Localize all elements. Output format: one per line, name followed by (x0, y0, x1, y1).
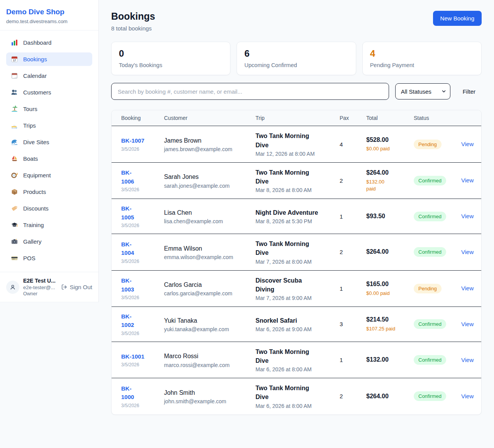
table-row: BK-1000 3/5/2026 John Smith john.smith@e… (112, 378, 481, 414)
col-booking: Booking (112, 110, 164, 126)
view-link[interactable]: View (461, 177, 474, 184)
bar-chart-icon (11, 39, 18, 46)
table-row: BK-1007 3/5/2026 James Brown james.brown… (112, 126, 481, 162)
paid-amount: $0.00 paid (366, 145, 411, 152)
people-icon (11, 89, 18, 96)
sidebar-item-label: Dashboard (23, 39, 51, 46)
page-header: Bookings 8 total bookings New Booking (111, 11, 482, 32)
package-icon (11, 188, 18, 195)
camera-icon (11, 238, 18, 245)
total-bookings-count: 8 total bookings (111, 25, 155, 32)
sidebar-item-trips[interactable]: Trips (6, 119, 92, 132)
customer-email: sarah.jones@example.com (164, 183, 252, 189)
sidebar-item-products[interactable]: Products (6, 185, 92, 199)
view-link[interactable]: View (461, 249, 474, 255)
customer-name: Sarah Jones (164, 172, 252, 181)
paid-amount: $132.00paid (366, 179, 411, 192)
sidebar-item-dive-sites[interactable]: Dive Sites (6, 135, 92, 149)
trip-name: Two Tank MorningDive (255, 168, 337, 186)
status-select[interactable]: All Statuses (395, 83, 450, 99)
pax-count: 4 (340, 126, 366, 162)
trip-datetime: Mar 12, 2026 at 8:00 AM (255, 151, 337, 157)
sidebar-item-boats[interactable]: Boats (6, 152, 92, 165)
avatar (6, 281, 19, 294)
status-badge: Confirmed (414, 319, 446, 329)
sidebar-item-gallery[interactable]: Gallery (6, 235, 92, 248)
credit-card-icon (11, 254, 18, 262)
sidebar-item-discounts[interactable]: Discounts (6, 202, 92, 215)
trip-datetime: Mar 7, 2026 at 8:00 AM (255, 259, 337, 265)
shop-domain: demo.test.divestreams.com (6, 19, 92, 24)
booking-date: 3/5/2026 (121, 295, 161, 300)
sign-out-button[interactable]: Sign Out (61, 284, 92, 290)
sidebar-nav: Dashboard 17 Bookings Calendar Customers… (0, 30, 98, 272)
sidebar: Demo Dive Shop demo.test.divestreams.com… (0, 0, 99, 302)
booking-date: 3/5/2026 (121, 259, 161, 264)
trip-datetime: Mar 8, 2026 at 8:00 AM (255, 187, 337, 193)
pax-count: 1 (340, 199, 366, 234)
customer-name: Carlos Garcia (164, 280, 252, 289)
view-link[interactable]: View (461, 321, 474, 327)
sidebar-item-training[interactable]: Training (6, 218, 92, 232)
col-status: Status (414, 110, 461, 126)
paid-amount: $107.25 paid (366, 325, 411, 332)
total-amount: $165.00 (366, 280, 411, 288)
person-icon (9, 284, 16, 291)
sidebar-item-label: Dive Sites (23, 139, 49, 145)
sidebar-item-label: Tours (23, 106, 37, 112)
new-booking-button[interactable]: New Booking (433, 11, 482, 26)
wave-icon (11, 138, 18, 146)
bookings-table: Booking Customer Trip Pax Total Status B… (112, 110, 481, 414)
sidebar-item-label: Calendar (23, 72, 47, 79)
view-link[interactable]: View (461, 393, 474, 399)
stat-value: 0 (119, 49, 223, 59)
customer-name: John Smith (164, 388, 252, 397)
booking-link[interactable]: BK-1003 (121, 276, 134, 294)
user-role: Owner (23, 291, 57, 296)
search-input[interactable] (111, 83, 389, 100)
toolbar: All Statuses Filter (111, 83, 482, 100)
view-link[interactable]: View (461, 213, 474, 219)
sidebar-item-dashboard[interactable]: Dashboard (6, 36, 92, 49)
sidebar-item-pos[interactable]: POS (6, 251, 92, 265)
sidebar-item-label: Customers (23, 89, 51, 96)
booking-link[interactable]: BK-1004 (121, 240, 134, 258)
table-row: BK-1003 3/5/2026 Carlos Garcia carlos.ga… (112, 270, 481, 307)
sidebar-item-label: POS (23, 255, 36, 261)
status-badge: Pending (414, 140, 442, 149)
booking-link[interactable]: BK-1000 (121, 384, 134, 402)
sidebar-item-bookings[interactable]: 17 Bookings (6, 52, 92, 66)
stat-value: 4 (370, 49, 474, 59)
table-row: BK-1001 3/5/2026 Marco Rossi marco.rossi… (112, 342, 481, 378)
stat-value: 6 (244, 49, 348, 59)
customer-name: James Brown (164, 136, 252, 145)
sign-out-icon (61, 284, 68, 290)
sidebar-item-customers[interactable]: Customers (6, 86, 92, 99)
main-content: Bookings 8 total bookings New Booking 0 … (99, 0, 494, 426)
booking-link[interactable]: BK-1007 (121, 136, 144, 145)
sidebar-item-label: Boats (23, 155, 38, 162)
view-link[interactable]: View (461, 285, 474, 291)
view-link[interactable]: View (461, 357, 474, 363)
sidebar-item-label: Training (23, 222, 44, 228)
table-row: BK-1002 3/5/2026 Yuki Tanaka yuki.tanaka… (112, 307, 481, 342)
booking-link[interactable]: BK-1001 (121, 352, 144, 361)
filter-button[interactable]: Filter (457, 88, 482, 95)
sidebar-item-calendar[interactable]: Calendar (6, 69, 92, 83)
sidebar-item-tours[interactable]: Tours (6, 102, 92, 116)
booking-link[interactable]: BK-1005 (121, 204, 134, 222)
customer-email: carlos.garcia@example.com (164, 290, 252, 296)
graduation-cap-icon (11, 221, 18, 229)
customer-name: Yuki Tanaka (164, 316, 252, 325)
status-badge: Confirmed (414, 212, 446, 221)
sidebar-item-equipment[interactable]: Equipment (6, 168, 92, 182)
trip-name: Two Tank MorningDive (255, 239, 337, 257)
customer-name: Emma Wilson (164, 244, 252, 253)
booking-link[interactable]: BK-1002 (121, 312, 134, 330)
view-link[interactable]: View (461, 141, 474, 147)
col-trip: Trip (255, 110, 340, 126)
booking-link[interactable]: BK-1006 (121, 168, 134, 186)
sidebar-item-label: Discounts (23, 205, 49, 212)
trip-name: Snorkel Safari (255, 316, 337, 325)
customer-email: john.smith@example.com (164, 398, 252, 404)
